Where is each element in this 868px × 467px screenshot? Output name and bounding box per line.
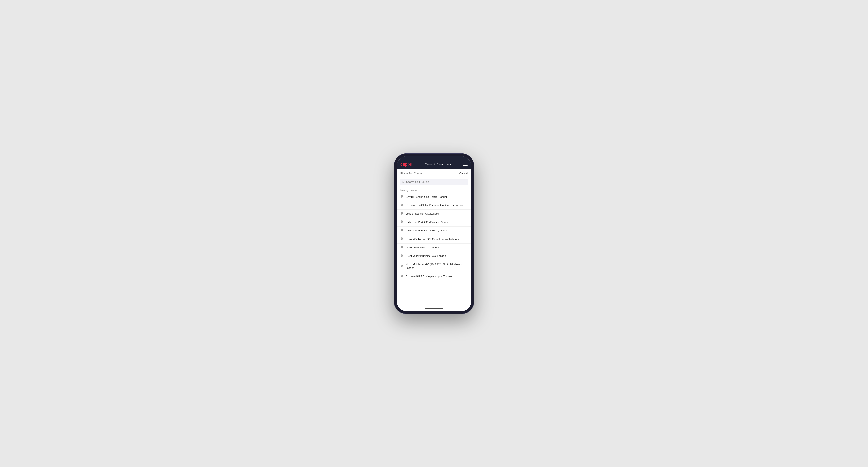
nearby-courses-label: Nearby courses — [397, 187, 471, 193]
list-item[interactable]: Dukes Meadows GC, London — [397, 244, 471, 252]
menu-icon[interactable] — [463, 163, 467, 166]
find-header: Find a Golf Course Cancel — [397, 169, 471, 177]
search-input[interactable] — [406, 181, 466, 183]
list-item[interactable]: Roehampton Club - Roehampton, Greater Lo… — [397, 201, 471, 210]
svg-line-1 — [404, 182, 404, 183]
list-item[interactable]: Coombe Hill GC, Kingston upon Thames — [397, 272, 471, 281]
app-logo: clippd — [401, 162, 412, 167]
course-name: Central London Golf Centre, London — [406, 195, 447, 199]
location-pin-icon — [401, 220, 403, 224]
phone-device: clippd Recent Searches Find a Golf Cours… — [394, 153, 474, 314]
list-item[interactable]: Royal Wimbledon GC, Great London Authori… — [397, 235, 471, 244]
course-name: North Middlesex GC (1011942 - North Midd… — [406, 262, 467, 270]
content-area: Find a Golf Course Cancel Nearby — [397, 169, 471, 311]
list-item[interactable]: Richmond Park GC - Prince's, Surrey — [397, 218, 471, 226]
find-golf-course-label: Find a Golf Course — [401, 172, 422, 175]
course-name: Richmond Park GC - Prince's, Surrey — [406, 220, 448, 224]
list-item[interactable]: London Scottish GC, London — [397, 210, 471, 218]
search-container — [397, 177, 471, 187]
phone-screen: clippd Recent Searches Find a Golf Cours… — [397, 156, 471, 311]
course-name: London Scottish GC, London — [406, 212, 439, 215]
course-name: Royal Wimbledon GC, Great London Authori… — [406, 238, 459, 241]
search-input-wrapper[interactable] — [400, 179, 468, 185]
course-name: Brent Valley Municipal GC, London — [406, 254, 446, 258]
status-bar — [397, 156, 471, 159]
cancel-button[interactable]: Cancel — [460, 172, 467, 175]
list-item[interactable]: Brent Valley Municipal GC, London — [397, 252, 471, 260]
course-name: Roehampton Club - Roehampton, Greater Lo… — [406, 204, 464, 207]
nav-bar: clippd Recent Searches — [397, 159, 471, 169]
list-item[interactable]: Richmond Park GC - Duke's, London — [397, 226, 471, 235]
nav-title: Recent Searches — [425, 162, 451, 166]
search-icon — [402, 181, 405, 183]
location-pin-icon — [401, 275, 403, 278]
location-pin-icon — [401, 254, 403, 258]
location-pin-icon — [401, 229, 403, 232]
course-name: Richmond Park GC - Duke's, London — [406, 229, 448, 232]
course-name: Dukes Meadows GC, London — [406, 246, 440, 249]
list-item[interactable]: Central London Golf Centre, London — [397, 193, 471, 201]
nearby-courses-section: Nearby courses Central London Golf Centr… — [397, 187, 471, 307]
location-pin-icon — [401, 195, 403, 198]
location-pin-icon — [401, 246, 403, 249]
location-pin-icon — [401, 204, 403, 207]
list-item[interactable]: North Middlesex GC (1011942 - North Midd… — [397, 260, 471, 272]
location-pin-icon — [401, 212, 403, 215]
home-bar — [425, 308, 443, 309]
location-pin-icon — [401, 264, 403, 268]
home-indicator — [397, 307, 471, 311]
location-pin-icon — [401, 238, 403, 241]
course-name: Coombe Hill GC, Kingston upon Thames — [406, 275, 453, 278]
